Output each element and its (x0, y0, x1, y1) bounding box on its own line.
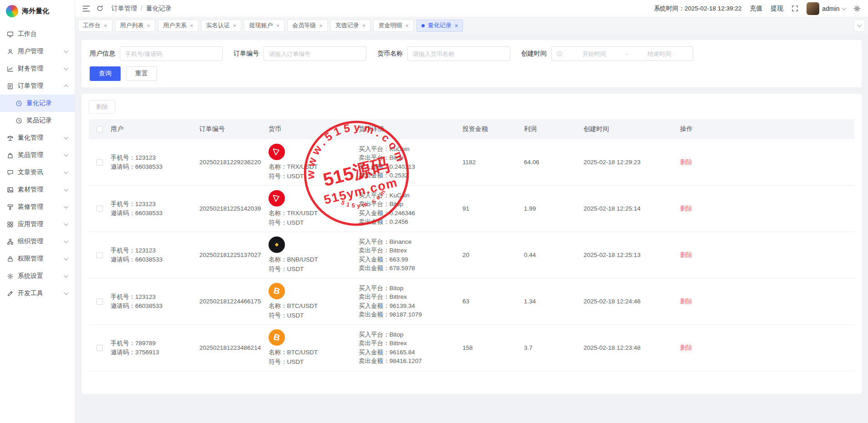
tab-member-levels[interactable]: 会员等级× (287, 20, 328, 32)
user-invite-code: 邀请码：66038533 (111, 162, 199, 171)
sidebar-item-organization[interactable]: 组织管理 (0, 233, 75, 250)
apps-grid-icon (7, 221, 14, 228)
sidebar-item-label: 量化管理 (18, 134, 43, 142)
date-range-picker[interactable]: - (551, 46, 693, 61)
tab-label: 资金明细 (378, 21, 402, 30)
btc-icon: B (269, 283, 285, 299)
sidebar-item-materials[interactable]: 素材管理 (0, 181, 75, 198)
sell-platform: 卖出平台：Bitop (359, 153, 462, 162)
tab-user-relations[interactable]: 用户关系× (158, 20, 198, 32)
end-time-input[interactable] (630, 50, 688, 57)
sidebar-item-quant-manage[interactable]: 量化管理 (0, 129, 75, 146)
sell-platform: 卖出平台：Bittrex (359, 292, 462, 302)
sidebar-item-workbench[interactable]: 工作台 (0, 25, 75, 43)
coin-name-input[interactable] (407, 46, 510, 61)
sidebar-item-label: 开发工具 (18, 289, 43, 297)
user-phone: 手机号：123123 (111, 246, 199, 255)
sidebar-item-label: 订单管理 (18, 82, 43, 90)
reset-button[interactable]: 重置 (126, 66, 157, 81)
tab-user-list[interactable]: 用户列表× (115, 20, 156, 32)
tab-fund-details[interactable]: 资金明细× (373, 20, 414, 32)
close-icon[interactable]: × (276, 23, 279, 29)
close-icon[interactable]: × (455, 23, 458, 29)
created-time: 2025-02-18 12:29:23 (584, 159, 680, 166)
select-all-checkbox[interactable] (96, 126, 103, 132)
sidebar-item-finance[interactable]: 财务管理 (0, 60, 75, 77)
row-checkbox[interactable] (96, 252, 103, 258)
tab-recharge-records[interactable]: 充值记录× (330, 20, 371, 32)
refresh-icon[interactable] (96, 5, 103, 12)
settings-gear-icon[interactable] (853, 5, 861, 12)
buy-amount: 买入金额：0.246346 (359, 209, 462, 218)
sidebar-item-orders[interactable]: 订单管理 (0, 77, 75, 95)
date-range-separator: - (626, 50, 628, 57)
fullscreen-icon[interactable] (792, 5, 798, 12)
filter-coin-label: 货币名称 (377, 50, 403, 58)
close-icon[interactable]: × (233, 23, 237, 29)
close-icon[interactable]: × (405, 23, 409, 29)
close-icon[interactable]: × (362, 23, 366, 29)
row-checkbox[interactable] (96, 206, 103, 212)
sidebar-item-users[interactable]: 用户管理 (0, 43, 75, 60)
filter-order: 订单编号 (233, 46, 366, 61)
image-icon (7, 186, 14, 193)
breadcrumb: 订单管理 / 量化记录 (112, 5, 172, 13)
sidebar-item-dev-tools[interactable]: 开发工具 (0, 285, 75, 302)
delete-row-link[interactable]: 删除 (680, 252, 692, 258)
withdraw-link[interactable]: 提现 (771, 5, 783, 13)
close-icon[interactable]: × (190, 23, 193, 29)
sidebar-item-system-settings[interactable]: 系统设置 (0, 267, 75, 285)
sidebar-item-quant-records[interactable]: 量化记录 (0, 95, 75, 112)
topbar: 订单管理 / 量化记录 系统时间：2025-02-18 12:39:22 充值 … (75, 0, 868, 17)
tabs-overflow-button[interactable] (853, 20, 865, 32)
scale-icon (7, 135, 14, 141)
close-icon[interactable]: × (104, 23, 107, 29)
row-checkbox[interactable] (96, 159, 103, 166)
delete-row-link[interactable]: 删除 (680, 298, 692, 305)
tab-kyc[interactable]: 实名认证× (201, 20, 242, 32)
sidebar-item-prize-records[interactable]: 奖品记录 (0, 112, 75, 129)
row-checkbox[interactable] (96, 345, 103, 351)
sell-amount: 卖出金额：678.5978 (359, 264, 462, 273)
user-menu[interactable]: admin (807, 2, 845, 15)
order-no: 202502181223486214 (199, 344, 269, 351)
bnb-icon (269, 237, 285, 253)
hamburger-menu-icon[interactable] (82, 5, 90, 12)
chevron-down-icon (64, 49, 68, 53)
sidebar-item-applications[interactable]: 应用管理 (0, 216, 75, 233)
bulk-delete-button[interactable]: 删除 (89, 100, 115, 114)
sidebar-item-label: 奖品管理 (18, 151, 43, 159)
delete-row-link[interactable]: 删除 (680, 344, 692, 351)
search-button[interactable]: 查询 (90, 66, 121, 81)
order-no-input[interactable] (264, 46, 366, 61)
profit: 1.34 (524, 298, 584, 305)
row-checkbox[interactable] (96, 298, 103, 305)
coin-symbol: 符号：USDT (269, 311, 304, 320)
sell-platform: 卖出平台：Bittrex (359, 246, 462, 255)
tab-withdraw-accounts[interactable]: 提现账户× (244, 20, 284, 32)
delete-row-link[interactable]: 删除 (680, 159, 692, 166)
sidebar-item-decoration[interactable]: 装修管理 (0, 198, 75, 216)
close-icon[interactable]: × (147, 23, 151, 29)
coin-name: 名称：TRX/USDT (269, 162, 318, 171)
delete-row-link[interactable]: 删除 (680, 205, 692, 212)
tab-quant-records[interactable]: 量化记录× (416, 20, 463, 32)
column-header: 投资金额 (462, 125, 524, 133)
sidebar-item-prize-manage[interactable]: 奖品管理 (0, 146, 75, 164)
paint-roller-icon (7, 204, 14, 211)
filter-time-label: 创建时间 (521, 50, 547, 58)
start-time-input[interactable] (565, 50, 623, 57)
column-header: 货币 (269, 125, 359, 133)
sell-amount: 卖出金额：98416.1207 (359, 357, 462, 366)
recharge-link[interactable]: 充值 (750, 5, 762, 13)
breadcrumb-section[interactable]: 订单管理 (112, 5, 137, 13)
tab-workbench[interactable]: 工作台× (78, 20, 112, 32)
close-icon[interactable]: × (319, 23, 323, 29)
user-info-input[interactable] (120, 46, 223, 61)
user-icon (7, 48, 14, 55)
buy-platform: 买入平台：Binance (359, 237, 462, 247)
sidebar-item-permissions[interactable]: 权限管理 (0, 250, 75, 267)
user-phone: 手机号：123123 (111, 292, 199, 302)
sidebar: 海外量化 工作台 用户管理 财务管理 订单管理 (0, 0, 75, 423)
sidebar-item-articles[interactable]: 文章资讯 (0, 164, 75, 181)
